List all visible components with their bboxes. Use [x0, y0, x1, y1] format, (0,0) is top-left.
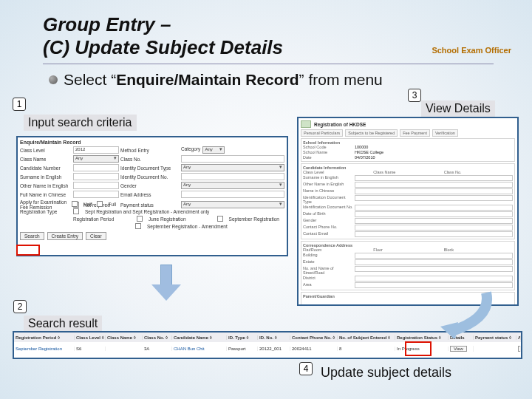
lbl-class-name: Class Name — [20, 157, 72, 162]
lbl-class-level: Class Level — [20, 148, 72, 153]
chk-sept-only[interactable] — [73, 208, 79, 214]
hdr-cname[interactable]: Class Name ◊ — [106, 335, 143, 340]
panel1-title: Enquire/Maintain Record — [20, 140, 284, 145]
inp-block[interactable] — [481, 248, 513, 252]
hdr-details: Details — [449, 335, 474, 340]
cell-idtype: Passport — [227, 347, 258, 351]
hdr-cand[interactable]: Candidate Name ◊ — [172, 335, 227, 340]
inp-flat[interactable] — [340, 248, 372, 252]
inp-parent[interactable] — [303, 299, 513, 305]
cell-period[interactable]: September Registration — [14, 347, 75, 351]
inp-p3-dob[interactable] — [355, 211, 513, 217]
hdr-cno[interactable]: Class No. ◊ — [143, 335, 172, 340]
lbl-area: Area — [303, 282, 355, 288]
clear-button[interactable]: Clear — [86, 232, 106, 240]
inp-p3-email[interactable] — [355, 231, 513, 237]
inp-street[interactable] — [355, 266, 513, 272]
input-class-level[interactable]: 2012 — [73, 146, 119, 154]
tab-verify[interactable]: Verification — [432, 129, 458, 137]
instruction-text: Select “Enquire/Maintain Record” from me… — [64, 71, 383, 89]
role-label: School Exam Officer — [432, 46, 511, 55]
lbl-p3-other: Other Name in English — [303, 182, 355, 188]
input-cand-no[interactable] — [73, 164, 119, 171]
view-button[interactable]: View — [450, 346, 467, 352]
inp-p3-idt[interactable] — [355, 195, 513, 201]
select-gender[interactable]: Any — [181, 182, 284, 189]
inp-p3-idn[interactable] — [355, 205, 513, 211]
chk-june[interactable] — [137, 216, 143, 222]
lbl-other-eng: Other Name in English — [20, 183, 72, 188]
tab-fee[interactable]: Fee Payment — [400, 129, 430, 137]
input-email[interactable] — [181, 191, 284, 198]
inp-p3-phone[interactable] — [355, 225, 513, 231]
step-4-caption: Update subject details — [316, 364, 456, 382]
inp-floor[interactable] — [410, 248, 442, 252]
hdr-status[interactable]: Registration Status ◊ — [395, 335, 449, 340]
inp-dist[interactable] — [355, 276, 513, 282]
lbl-method-entry: Method Entry — [120, 148, 180, 153]
lbl-block: Block — [444, 248, 480, 252]
inp-p3-cname[interactable] — [410, 170, 442, 174]
input-full-chi[interactable] — [73, 191, 119, 198]
inp-est[interactable] — [355, 259, 513, 265]
lbl-floor: Floor — [373, 248, 409, 252]
inp-p3-gender[interactable] — [355, 218, 513, 224]
select-payment-status[interactable]: Any — [181, 201, 284, 208]
inp-p3-level[interactable] — [340, 170, 372, 174]
chk-full[interactable] — [97, 201, 103, 207]
select-category[interactable]: Any — [202, 146, 225, 154]
lbl-sc: School Code — [303, 145, 355, 149]
chk-sep-amend[interactable] — [135, 223, 141, 229]
checkout-button[interactable]: Checkout — [518, 346, 521, 352]
inp-area[interactable] — [355, 282, 513, 288]
sect-parent-title: Parent/Guardian — [303, 294, 513, 299]
lbl-p3-phone: Contact Phone No. — [303, 225, 355, 231]
cell-idno: 20122_001 — [258, 347, 290, 351]
select-class-name[interactable]: Any — [73, 155, 119, 163]
lbl-id-no: Identity Document No. — [120, 174, 180, 180]
step-3-badge: 3 — [408, 89, 421, 102]
select-id-type[interactable]: Any — [181, 164, 284, 171]
step-4-badge: 4 — [299, 362, 313, 375]
create-entry-button[interactable]: Create Entry — [47, 232, 83, 240]
tab-subjects[interactable]: Subjects to be Registered — [345, 129, 398, 137]
input-surname-eng[interactable] — [73, 173, 119, 180]
hdr-pay[interactable]: Payment status ◊ — [474, 335, 516, 340]
inp-p3-chi[interactable] — [355, 188, 513, 194]
hdr-nsub[interactable]: No. of Subject Entered ◊ — [338, 335, 395, 340]
panel3-header: Registration of HKDSE — [314, 122, 366, 127]
lbl-half: Half — [83, 202, 92, 207]
search-button[interactable]: Search — [20, 232, 44, 240]
inp-p3-other[interactable] — [355, 182, 513, 188]
hdr-phone[interactable]: Contact Phone No. ◊ — [290, 335, 338, 340]
inp-bldg[interactable] — [355, 253, 513, 259]
lbl-category: Category — [181, 146, 200, 154]
step-3-caption: View Details — [421, 100, 495, 117]
page-title-line1: Group Entry – — [43, 13, 283, 36]
hdr-period[interactable]: Registration Period ◊ — [14, 335, 75, 340]
input-class-no[interactable] — [181, 155, 284, 163]
inp-p3-surname[interactable] — [355, 175, 513, 181]
chk-sep[interactable] — [217, 216, 223, 222]
title-underline — [43, 64, 494, 64]
inp-p3-cno[interactable] — [481, 170, 513, 174]
lbl-id-type: Identity Document Type — [120, 166, 180, 171]
chk-half[interactable] — [72, 201, 78, 207]
lbl-cand-no: Candidate Number — [20, 166, 72, 171]
val-date: 04/07/2010 — [355, 155, 513, 160]
cell-phone: 20024411 — [290, 347, 338, 351]
input-id-no[interactable] — [181, 173, 284, 180]
hdr-idno[interactable]: ID. No. ◊ — [258, 335, 290, 340]
hdr-level[interactable]: Class Level ◊ — [75, 335, 106, 340]
lbl-p3-idn: Identification Document No. — [303, 205, 355, 211]
lbl-sep-amend: September Registration - Amendment — [147, 224, 228, 229]
cell-cand[interactable]: CHAN Bun Chit — [172, 347, 227, 351]
hdr-idtype[interactable]: ID. Type ◊ — [227, 335, 258, 340]
tab-personal[interactable]: Personal Particulars — [301, 129, 343, 137]
input-other-eng[interactable] — [73, 182, 119, 189]
result-row: September Registration S6 3A CHAN Bun Ch… — [14, 342, 521, 355]
lbl-full-chi: Full Name in Chinese — [20, 192, 72, 197]
lbl-p3-cname: Class Name — [373, 170, 409, 174]
lbl-flat: Flat/Room — [303, 248, 338, 252]
lbl-sep: September Registration — [229, 216, 279, 222]
